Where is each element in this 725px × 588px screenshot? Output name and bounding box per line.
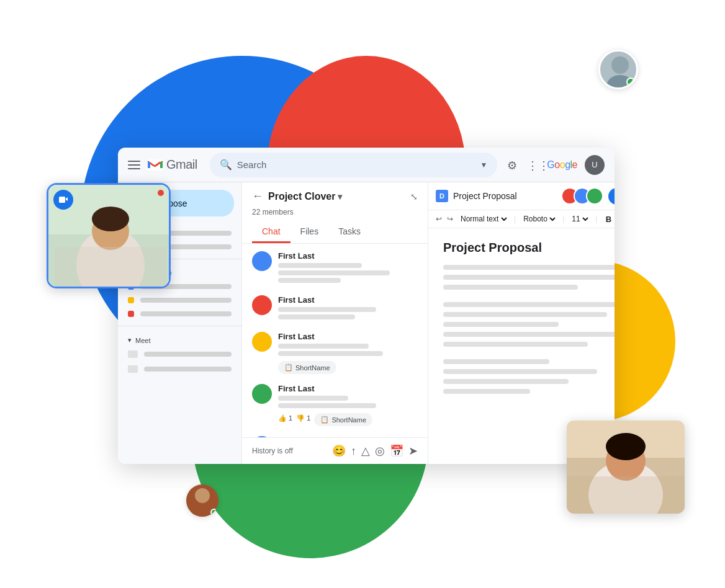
doc-line-9 bbox=[443, 359, 549, 364]
hamburger-menu[interactable] bbox=[128, 161, 140, 169]
room-line-3 bbox=[140, 311, 232, 316]
bold-button[interactable]: B bbox=[602, 213, 615, 225]
meet-line-2 bbox=[144, 367, 232, 372]
project-title: Project Clover ▾ bbox=[268, 191, 342, 202]
sidebar-divider-2 bbox=[118, 326, 241, 326]
font-size-select[interactable]: 11 bbox=[569, 214, 590, 224]
msg-content-4: First Last 👍 1 👎 1 📋 ShortName bbox=[278, 384, 418, 426]
emoji-icon[interactable]: 😊 bbox=[332, 444, 346, 458]
collab-avatar-3 bbox=[586, 187, 603, 205]
upload-icon[interactable]: ↑ bbox=[351, 445, 356, 458]
chat-panel: ← Project Clover ▾ ⤡ 22 members Chat Fil… bbox=[242, 182, 428, 464]
msg-line-4b bbox=[278, 403, 376, 408]
history-status: History is off bbox=[252, 447, 327, 455]
doc-line-12 bbox=[443, 389, 530, 394]
google-logo: Google bbox=[547, 159, 577, 171]
meet-icon bbox=[53, 190, 73, 210]
chat-messages: First Last First Last bbox=[242, 244, 428, 437]
chat-message-4: First Last 👍 1 👎 1 📋 ShortName bbox=[252, 384, 418, 426]
room-item-3[interactable] bbox=[118, 307, 241, 321]
msg-line-3b bbox=[278, 351, 383, 356]
meet-item-1[interactable] bbox=[118, 347, 241, 362]
doc-format-bar: ↩ ↪ Normal text | Roboto | 11 | B ••• ⌃ bbox=[428, 210, 615, 228]
doc-line-1 bbox=[443, 265, 615, 270]
doc-line-7 bbox=[443, 332, 615, 337]
video-card-right bbox=[567, 421, 685, 514]
chat-message-3: First Last 📋 ShortName bbox=[252, 332, 418, 374]
chat-header: ← Project Clover ▾ ⤡ 22 members Chat Fil… bbox=[242, 182, 428, 244]
expand-icon[interactable]: ⤡ bbox=[410, 192, 418, 202]
share-button[interactable]: Share bbox=[608, 188, 615, 205]
msg-content-3: First Last 📋 ShortName bbox=[278, 332, 418, 374]
meet-section-label: ▾ Meet bbox=[118, 331, 241, 347]
chip-label-3: ShortName bbox=[295, 364, 330, 372]
gmail-m-icon bbox=[146, 159, 164, 171]
chip-label-4: ShortName bbox=[331, 416, 366, 424]
msg-line-3a bbox=[278, 344, 369, 349]
font-select[interactable]: Roboto bbox=[521, 214, 557, 224]
separator-1: | bbox=[514, 215, 516, 223]
svg-point-8 bbox=[92, 207, 129, 231]
back-button[interactable]: ← bbox=[252, 190, 263, 203]
calendar-icon[interactable]: 📅 bbox=[390, 444, 403, 458]
chat-message-2: First Last bbox=[252, 295, 418, 322]
redo-button[interactable]: ↪ bbox=[447, 215, 453, 223]
online-indicator-2 bbox=[210, 509, 218, 516]
avatar-msg-3 bbox=[252, 332, 272, 352]
tab-files[interactable]: Files bbox=[290, 221, 329, 243]
doc-spacer-2 bbox=[443, 352, 615, 359]
online-indicator bbox=[626, 78, 635, 86]
separator-3: | bbox=[595, 215, 597, 223]
doc-line-3 bbox=[443, 285, 578, 290]
doc-toolbar: D Project Proposal Share bbox=[428, 182, 615, 210]
mic-muted-indicator bbox=[158, 190, 164, 196]
video-card-left bbox=[47, 183, 171, 288]
room-item-2[interactable] bbox=[118, 293, 241, 307]
tab-tasks[interactable]: Tasks bbox=[328, 221, 371, 243]
gmail-body: + Compose ▾ Rooms 3 bbox=[118, 182, 615, 464]
search-dropdown-icon: ▼ bbox=[480, 161, 487, 169]
avatar-msg-2 bbox=[252, 295, 272, 315]
msg-line-2b bbox=[278, 314, 355, 319]
svg-rect-15 bbox=[567, 476, 685, 514]
svg-point-2 bbox=[195, 488, 210, 503]
gmail-window: Gmail 🔍 Search ▼ ⚙ ⋮⋮ Google U + Compose bbox=[118, 148, 615, 464]
send-icon[interactable]: ➤ bbox=[408, 444, 418, 458]
doc-line-11 bbox=[443, 379, 569, 384]
settings-icon[interactable]: ⚙ bbox=[507, 159, 520, 171]
drive-icon[interactable]: △ bbox=[361, 444, 370, 458]
search-bar[interactable]: 🔍 Search ▼ bbox=[210, 153, 498, 177]
msg-content-1: First Last bbox=[278, 251, 418, 285]
chat-nav: ← Project Clover ▾ ⤡ bbox=[252, 190, 418, 203]
undo-button[interactable]: ↩ bbox=[436, 215, 442, 223]
search-text: Search bbox=[237, 159, 473, 170]
doc-line-6 bbox=[443, 322, 559, 327]
msg-content-2: First Last bbox=[278, 295, 418, 322]
msg-line-4a bbox=[278, 396, 348, 401]
meet-line-1 bbox=[144, 352, 232, 357]
msg-line-1a bbox=[278, 263, 362, 268]
reaction-thumbsdown-4[interactable]: 👎 1 bbox=[296, 414, 310, 422]
chip-doc-icon: 📋 bbox=[284, 363, 293, 372]
tab-chat[interactable]: Chat bbox=[252, 221, 290, 243]
meet-item-2[interactable] bbox=[118, 362, 241, 376]
meet-icon-footer[interactable]: ◎ bbox=[375, 444, 385, 458]
msg-chip-3[interactable]: 📋 ShortName bbox=[278, 361, 336, 374]
reaction-thumbsup-4[interactable]: 👍 1 bbox=[278, 414, 292, 422]
msg-chip-4[interactable]: 📋 ShortName bbox=[314, 413, 372, 426]
room-line-2 bbox=[140, 298, 232, 303]
doc-line-10 bbox=[443, 369, 597, 374]
doc-title: Project Proposal bbox=[453, 191, 517, 201]
doc-title-bar: D Project Proposal bbox=[436, 190, 556, 202]
meet-icon-calendar bbox=[128, 365, 138, 373]
msg-reactions-4: 👍 1 👎 1 📋 ShortName bbox=[278, 411, 418, 426]
doc-line-2 bbox=[443, 275, 615, 280]
text-style-select[interactable]: Normal text bbox=[458, 214, 509, 224]
msg-line-2a bbox=[278, 307, 376, 312]
doc-line-4 bbox=[443, 302, 615, 307]
doc-spacer-1 bbox=[443, 295, 615, 302]
meet-collapse-icon: ▾ bbox=[128, 336, 132, 344]
grid-icon[interactable]: ⋮⋮ bbox=[527, 159, 539, 171]
msg-line-1c bbox=[278, 278, 341, 283]
user-avatar[interactable]: U bbox=[585, 155, 605, 175]
